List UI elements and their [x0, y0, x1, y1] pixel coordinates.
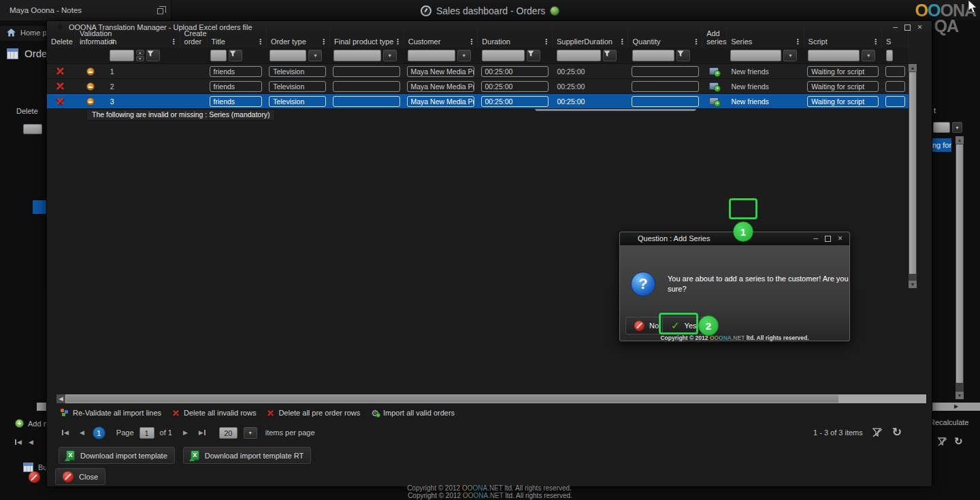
cell-input[interactable] [632, 81, 699, 92]
cell-input[interactable]: friends [210, 96, 263, 107]
column-menu-icon[interactable]: ⋮ [170, 38, 178, 46]
page-input[interactable]: 1 [140, 427, 154, 439]
filter-input[interactable] [632, 50, 674, 61]
maximize-icon[interactable] [825, 236, 831, 242]
scroll-left-icon[interactable]: ◀ [56, 394, 65, 403]
page-size-select[interactable]: 20 [219, 427, 238, 439]
column-menu-icon[interactable]: ⋮ [542, 38, 550, 46]
clear-filter-icon[interactable] [938, 437, 947, 446]
col-header-num[interactable]: #⋮ [106, 27, 180, 48]
cell-input[interactable]: Television [269, 81, 325, 92]
filter-input[interactable] [110, 50, 134, 61]
download-template-rt-button[interactable]: Download import template RT [183, 447, 311, 464]
filter-funnel-button[interactable] [229, 50, 242, 61]
bg-pager-fragment[interactable]: ◀ ◀ [15, 439, 33, 446]
cell-input[interactable]: Waiting for script [807, 81, 879, 92]
cell-input[interactable] [885, 81, 905, 92]
current-page-badge[interactable]: 1 [93, 426, 105, 439]
validation-warning-icon[interactable] [86, 67, 95, 76]
cell-input[interactable] [333, 96, 400, 107]
validation-warning-icon[interactable] [86, 97, 95, 106]
bg-right-dropdown-icon[interactable]: ▼ [952, 122, 962, 133]
column-menu-icon[interactable]: ⋮ [320, 38, 327, 46]
cell-input[interactable]: friends [210, 66, 263, 77]
delete-invalid-button[interactable]: Delete all invalid rows [172, 409, 256, 417]
col-header-duration[interactable]: Duration⋮ [478, 27, 553, 48]
column-menu-icon[interactable]: ⋮ [692, 38, 700, 46]
filter-input[interactable] [557, 50, 601, 61]
prev-page-icon[interactable]: ◀ [29, 439, 33, 446]
add-series-icon[interactable] [709, 82, 719, 90]
cell-input[interactable]: friends [210, 81, 263, 92]
restore-window-icon[interactable] [157, 8, 163, 14]
cell-input[interactable]: Maya New Media Produ [407, 66, 474, 77]
download-template-button[interactable]: Download import template [59, 447, 175, 464]
bg-close-icon[interactable] [29, 471, 40, 483]
col-header-scut[interactable]: S [882, 27, 909, 48]
delete-row-icon[interactable] [56, 67, 64, 75]
cell-input[interactable] [885, 66, 905, 77]
table-row[interactable]: 1friendsTelevisionMaya New Media Produ00… [47, 64, 909, 79]
prev-page-icon[interactable]: ◀ [80, 429, 84, 436]
close-icon[interactable]: × [917, 22, 922, 32]
filter-funnel-button[interactable] [527, 50, 540, 61]
filter-funnel-button[interactable] [146, 50, 160, 61]
column-menu-icon[interactable]: ⋮ [872, 38, 879, 46]
cell-input[interactable]: 00:25:00 [481, 66, 549, 77]
grid-vertical-scrollbar[interactable]: ▲ ▼ [909, 64, 917, 288]
cell-input[interactable]: Television [269, 66, 325, 77]
cell-input[interactable] [885, 96, 905, 107]
filter-select[interactable] [730, 50, 781, 61]
filter-funnel-button[interactable] [603, 50, 617, 61]
scroll-down-icon[interactable]: ▼ [956, 392, 964, 399]
filter-input[interactable] [210, 50, 227, 61]
grid-horizontal-scrollbar[interactable]: ◀ [56, 394, 926, 403]
filter-select[interactable] [270, 50, 306, 61]
close-icon[interactable]: × [838, 234, 843, 243]
filter-input[interactable] [886, 50, 893, 61]
cell-input[interactable]: Waiting for script [807, 66, 879, 77]
filter-input[interactable] [482, 50, 525, 61]
col-header-series[interactable]: Series⋮ [727, 27, 804, 48]
cell-input[interactable] [333, 66, 400, 77]
filter-select[interactable] [808, 50, 860, 61]
filter-select[interactable] [408, 50, 455, 61]
scroll-thumb[interactable] [956, 144, 963, 383]
cell-input[interactable]: Maya New Media Produ [407, 81, 474, 92]
validation-warning-icon[interactable] [86, 82, 95, 91]
column-menu-icon[interactable]: ⋮ [257, 38, 264, 46]
first-page-icon[interactable]: ◀ [15, 439, 22, 446]
cell-input[interactable] [333, 81, 400, 92]
cell-input[interactable]: Television [269, 96, 325, 107]
scroll-thumb[interactable] [66, 395, 838, 403]
cell-input[interactable]: Maya New Media Produ [407, 96, 474, 107]
table-row[interactable]: 3friendsTelevisionMaya New Media Produ00… [47, 94, 909, 109]
next-page-icon[interactable]: ▶ [183, 429, 188, 436]
revalidate-button[interactable]: Re-Validate all import lines [61, 409, 161, 417]
import-valid-button[interactable]: ⚙ Import all valid orders [371, 409, 455, 418]
last-page-icon[interactable]: ▶ [199, 429, 206, 436]
col-header-create[interactable]: Create order [180, 27, 208, 48]
column-menu-icon[interactable]: ⋮ [794, 38, 802, 46]
filter-select[interactable] [333, 50, 381, 61]
bg-right-filter-box[interactable] [933, 122, 950, 133]
col-header-customer[interactable]: Customer⋮ [404, 27, 478, 48]
col-header-supplierduration[interactable]: SupplierDuration⋮ [553, 27, 629, 48]
filter-dropdown-icon[interactable]: ▼ [383, 50, 397, 61]
filter-spinner[interactable]: ▲▼ [136, 50, 144, 61]
delete-preorder-button[interactable]: Delete all pre order rows [267, 409, 360, 417]
bg-scrollbar-fragment[interactable] [37, 403, 46, 411]
close-button[interactable]: Close [55, 468, 105, 485]
refresh-icon[interactable]: ↻ [954, 437, 963, 446]
bg-right-horizontal-scrollbar[interactable]: ▶ [932, 403, 980, 411]
col-header-addseries[interactable]: Add series [702, 27, 727, 48]
table-row[interactable]: 2friendsTelevisionMaya New Media Produ00… [47, 79, 909, 94]
notes-tab[interactable]: Maya Ooona - Notes [0, 0, 172, 20]
refresh-icon[interactable]: ↻ [892, 428, 902, 437]
cell-input[interactable]: 00:25:00 [481, 81, 549, 92]
col-header-validation[interactable]: Validation information [76, 27, 106, 48]
clear-filter-icon[interactable] [872, 428, 883, 437]
col-header-script[interactable]: Script⋮ [804, 27, 882, 48]
filter-dropdown-icon[interactable]: ▼ [783, 50, 797, 61]
scroll-thumb[interactable] [909, 72, 916, 274]
